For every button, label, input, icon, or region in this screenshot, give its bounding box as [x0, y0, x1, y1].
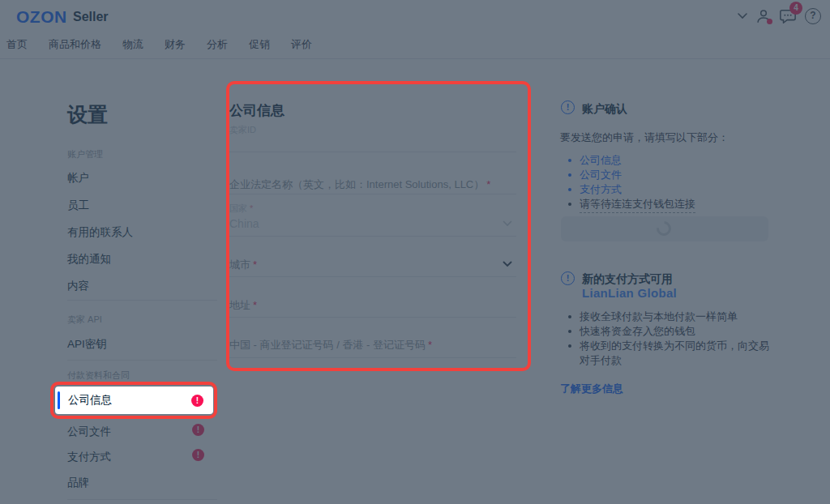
annotation-box-sidebar-item — [50, 382, 217, 419]
ozon-seller-settings-page: OZON Seller 4 ? 首页 商品和价格 物流 财务 分析 促销 评价 … — [0, 0, 830, 504]
annotation-box-company-info-form — [226, 81, 531, 371]
